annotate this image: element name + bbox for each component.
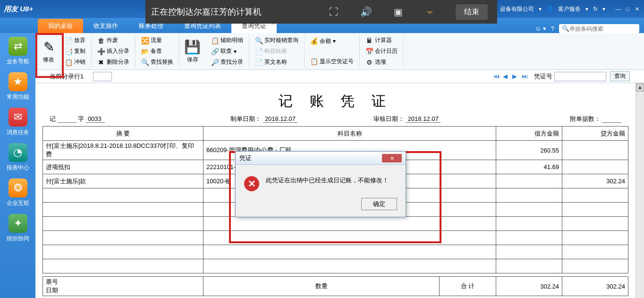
cell-subject[interactable] (203, 259, 496, 273)
cell-credit[interactable] (562, 188, 628, 203)
cell-summary[interactable] (43, 245, 203, 259)
copy-button[interactable]: 📑复制 (63, 47, 87, 56)
tab-receipts[interactable]: 收支操作 (83, 19, 128, 33)
balance-button[interactable]: 💰余额 ▾ (308, 37, 356, 46)
dialog-close-button[interactable]: ✕ (382, 154, 402, 162)
dropdown-icon[interactable]: ▾ (539, 6, 542, 12)
ok-button[interactable]: 确定 (361, 198, 397, 210)
sidebar-item-org[interactable]: ✦组织协同 (7, 214, 29, 243)
cell-debit[interactable] (496, 231, 562, 245)
customer-service-link[interactable]: 客户服务 (558, 5, 581, 13)
screen-icon[interactable]: ▣ (391, 5, 405, 18)
contact-button[interactable]: 🔗联查 ▾ (209, 47, 245, 56)
refresh-icon[interactable]: ↻ (593, 6, 598, 12)
cell-subject[interactable] (203, 245, 496, 259)
find-entry-button[interactable]: 🔎查找分录 (209, 58, 245, 67)
minimize-button[interactable]: — (615, 6, 621, 12)
offset-button[interactable]: 📋冲销 (63, 58, 87, 67)
cell-credit[interactable] (562, 245, 628, 259)
table-row[interactable] (43, 217, 628, 231)
flow-button[interactable]: 🔀流量 (139, 36, 175, 45)
voucher-no-input[interactable] (554, 72, 606, 81)
options-button[interactable]: ⚙选项 (364, 58, 399, 67)
cell-debit[interactable] (496, 245, 562, 259)
cell-debit[interactable] (496, 174, 562, 188)
sidebar-item-nav[interactable]: ⇄业务导航 (7, 37, 29, 66)
tab-desktop[interactable]: 我的桌面 (38, 19, 83, 33)
remote-text: 正在控制达尔嘉汪芳的计算机 (145, 6, 327, 17)
current-row-input[interactable] (93, 72, 112, 81)
discard-button[interactable]: 📄放弃 (63, 36, 87, 45)
save-button[interactable]: 💾保存 (179, 35, 205, 68)
prev-icon[interactable]: ◀ (503, 73, 510, 80)
dropdown-icon[interactable]: ▾ (585, 6, 588, 12)
cell-credit[interactable] (562, 217, 628, 231)
cell-debit[interactable]: 260.55 (496, 141, 562, 160)
maximize-button[interactable]: □ (624, 6, 631, 12)
cell-credit[interactable]: 302.24 (562, 174, 628, 188)
cell-subject[interactable] (203, 217, 496, 231)
debit-total: 302.24 (496, 277, 562, 296)
review-button[interactable]: 📂备查 (139, 47, 175, 56)
smiley-icon[interactable]: ☺ ▾ (535, 25, 546, 32)
cell-credit[interactable] (562, 231, 628, 245)
sound-icon[interactable]: 🔊 (359, 5, 373, 18)
cell-debit[interactable] (496, 259, 562, 273)
table-row[interactable] (43, 259, 628, 273)
modify-button[interactable]: ✎修改 (38, 35, 59, 68)
query-button[interactable]: 查询 (610, 71, 630, 81)
cell-credit[interactable] (562, 203, 628, 217)
cell-credit[interactable] (562, 259, 628, 273)
delete-entry-button[interactable]: ✖删除分录 (95, 58, 131, 67)
next-icon[interactable]: ▶ (512, 73, 520, 80)
first-icon[interactable]: ⏮ (493, 73, 501, 80)
user-icon[interactable]: 👤 (546, 6, 553, 12)
table-row[interactable] (43, 245, 628, 259)
dropdown-icon[interactable]: ▾ (602, 6, 605, 12)
cell-credit[interactable] (562, 141, 628, 160)
sidebar-item-msg[interactable]: ✉消息任务 (7, 108, 29, 136)
fullscreen-icon[interactable]: ⛶ (327, 5, 340, 18)
sidebar-item-fav[interactable]: ★常用功能 (7, 72, 29, 101)
cell-summary[interactable]: 付[富士施乐]款 (43, 174, 203, 188)
search-icon: 🔍 (562, 25, 569, 32)
barcode-search[interactable]: 🔍 (559, 24, 639, 33)
search-icon: 🔍 (141, 59, 149, 66)
cell-summary[interactable] (43, 188, 203, 203)
cell-subject[interactable] (203, 231, 496, 245)
find-replace-button[interactable]: 🔍查找替换 (139, 58, 175, 67)
calendar-button[interactable]: 📅会计日历 (364, 47, 399, 56)
subject-convert-button[interactable]: 📄科目转换 (253, 47, 300, 56)
calculator-button[interactable]: 🖩计算器 (364, 36, 399, 45)
english-name-button[interactable]: 📄英文名称 (253, 58, 300, 67)
sub-toolbar: 当前分录行1 ⏮ ◀ ▶ ⏭ 凭证号 查询 (35, 70, 644, 83)
cell-summary[interactable] (43, 231, 203, 245)
sidebar-item-enterprise[interactable]: ❂企业互联 (7, 179, 29, 207)
vertical-scrollbar[interactable]: ▲ (636, 83, 644, 298)
cell-debit[interactable] (496, 217, 562, 231)
realtime-query-button[interactable]: 🔍实时核销查询 (253, 36, 300, 45)
cell-debit[interactable]: 41.69 (496, 160, 562, 174)
close-button[interactable]: ✕ (634, 6, 640, 12)
cell-summary[interactable] (43, 203, 203, 217)
help-icon[interactable]: ? (551, 25, 554, 32)
search-input[interactable] (569, 26, 640, 32)
table-row[interactable] (43, 231, 628, 245)
cell-summary[interactable] (43, 217, 203, 231)
cell-debit[interactable] (496, 203, 562, 217)
aux-detail-button[interactable]: 📋辅助明细 (209, 36, 245, 45)
insert-entry-button[interactable]: ➕插入分录 (95, 47, 131, 56)
pin-icon[interactable]: ⫟ (424, 5, 437, 18)
sidebar-item-report[interactable]: ◔报表中心 (7, 143, 29, 172)
end-session-button[interactable]: 结束 (456, 4, 488, 20)
cell-summary[interactable]: 进项抵扣 (43, 160, 203, 174)
cell-summary[interactable]: 付[富士施乐]2018.8.21-2018.10.8DCC3370打印、复印费 (43, 141, 203, 160)
cell-debit[interactable] (496, 188, 562, 203)
scroll-up-icon[interactable]: ▲ (636, 83, 644, 92)
last-icon[interactable]: ⏭ (522, 73, 529, 80)
voucher-no-label: 凭证号 (534, 72, 552, 81)
cell-credit[interactable] (562, 160, 628, 174)
show-empty-button[interactable]: 📋显示空凭证号 (308, 57, 356, 66)
void-button[interactable]: 🗑作废 (95, 36, 131, 45)
cell-summary[interactable] (43, 259, 203, 273)
